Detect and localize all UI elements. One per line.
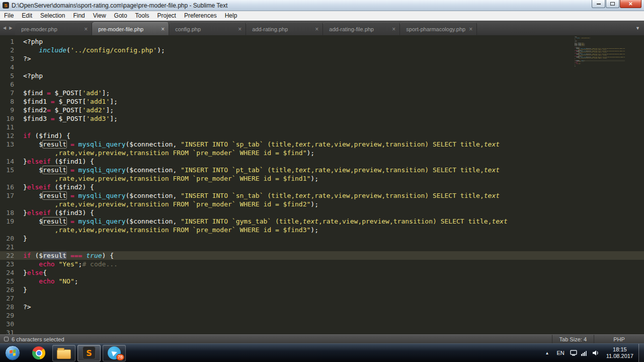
code-text: } (23, 234, 27, 243)
tab-close-icon[interactable]: × (238, 26, 242, 33)
code-row[interactable]: 17 $result = mysqli_query($connection, "… (0, 191, 644, 200)
code-row[interactable]: 4 (0, 63, 644, 71)
line-number: 3 (0, 54, 23, 63)
code-row[interactable]: 1<?php (0, 37, 644, 46)
code-text: ?> (23, 303, 31, 311)
code-row[interactable]: 13 $result = mysqli_query($connection, "… (0, 140, 644, 149)
code-row[interactable]: 23 echo "Yes";# code... (0, 260, 644, 268)
code-row[interactable]: 7$find = $_POST['add']; (0, 89, 644, 97)
tab-pre-moder-file.php[interactable]: pre-moder-file.php× (92, 22, 169, 35)
code-row[interactable]: 18}elseif ($find3) { (0, 208, 644, 217)
code-row[interactable]: 9$find2= $_POST['add2']; (0, 106, 644, 114)
code-row[interactable]: 25 echo "NO"; (0, 277, 644, 285)
tab-close-icon[interactable]: × (392, 26, 395, 33)
tab-pre-moder.php[interactable]: pre-moder.php× (15, 22, 92, 35)
syntax-indicator[interactable]: PHP (594, 335, 644, 343)
volume-icon[interactable] (590, 350, 601, 356)
code-row: 24}else{ (575, 62, 625, 63)
chrome-icon (32, 346, 45, 359)
line-number: 21 (0, 243, 23, 251)
menu-item-preferences[interactable]: Preferences (180, 11, 221, 20)
clock[interactable]: 18:15 11.08.2017 (601, 346, 638, 359)
tab-scroll-right-icon[interactable]: ▶ (9, 26, 12, 30)
tab-close-icon[interactable]: × (161, 26, 165, 33)
line-number: 4 (0, 63, 23, 71)
code-row[interactable]: 20} (0, 234, 644, 243)
line-number (0, 174, 23, 183)
minimize-button[interactable] (592, 0, 605, 8)
code-row[interactable]: 6 (0, 80, 644, 89)
signal-strength-icon[interactable] (579, 350, 590, 356)
code-row[interactable]: 24}else{ (0, 268, 644, 277)
network-icon[interactable] (568, 350, 579, 356)
code-row[interactable]: 14}elseif ($find1) { (0, 157, 644, 166)
menu-bar: FileEditSelectionFindViewGotoToolsProjec… (0, 11, 644, 21)
code-row[interactable]: 2 include('../config/config.php'); (0, 46, 644, 54)
code-row[interactable]: 29 (0, 311, 644, 320)
taskbar-sublime-button[interactable]: S (77, 345, 101, 361)
language-indicator[interactable]: EN (553, 350, 568, 356)
minimap[interactable]: 1<?php2 include('../config/config.php');… (575, 37, 625, 102)
code-text: ,rate,view,preview,transition FROM `pre_… (23, 226, 318, 234)
code-row[interactable]: 26} (0, 285, 644, 294)
code-row: 21 (575, 59, 625, 60)
menu-item-project[interactable]: Project (153, 11, 180, 20)
close-button[interactable]: ✕ (620, 0, 641, 8)
code-row[interactable]: 27 (0, 294, 644, 303)
code-row[interactable]: 30 (0, 320, 644, 328)
tab-overflow-icon[interactable]: ▼ (635, 26, 640, 31)
code-text: if ($find) { (575, 47, 580, 48)
code-row[interactable]: 3?> (0, 54, 644, 63)
code-row[interactable]: 19 $result = mysqli_query($connection, "… (0, 217, 644, 226)
code-row: 14}elseif ($find1) { (575, 50, 625, 51)
code-row[interactable]: 5<?php (0, 71, 644, 80)
code-row: 18}elseif ($find3) { (575, 55, 625, 56)
tab-config.php[interactable]: config.php× (169, 22, 246, 35)
show-hidden-icons-button[interactable]: ▲ (541, 351, 553, 355)
tab-scroll-left-icon[interactable]: ◀ (3, 26, 6, 30)
code-row[interactable]: ,rate,view,preview,transition FROM `pre_… (0, 226, 644, 234)
code-row[interactable]: 15 $result = mysqli_query($connection, "… (0, 166, 644, 174)
taskbar-explorer-button[interactable] (52, 345, 75, 361)
menu-item-view[interactable]: View (89, 11, 110, 20)
code-row[interactable]: 11 (0, 123, 644, 131)
maximize-button[interactable] (606, 0, 619, 8)
tab-add-rating-file.php[interactable]: add-rating-file.php× (323, 22, 400, 35)
code-row[interactable]: 10$find3 = $_POST['add3']; (0, 114, 644, 123)
tab-add-rating.php[interactable]: add-rating.php× (246, 22, 323, 35)
show-desktop-button[interactable] (638, 344, 644, 362)
code-row[interactable]: ,rate,view,preview,transition FROM `pre_… (0, 174, 644, 183)
menu-item-file[interactable]: File (0, 11, 18, 20)
code-row: 27 (575, 65, 625, 66)
code-row[interactable]: 31 (0, 328, 644, 334)
code-row[interactable]: ,rate,view,preview,transition FROM `pre_… (0, 149, 644, 157)
menu-item-selection[interactable]: Selection (36, 11, 69, 20)
code-row[interactable]: 16}elseif ($find2) { (0, 183, 644, 191)
tab-close-icon[interactable]: × (315, 26, 318, 33)
tab-sport-pharmacology.php[interactable]: sport-pharmacology.php× (400, 22, 477, 35)
code-row[interactable]: ,rate,view,preview,transition FROM `pre_… (0, 200, 644, 208)
code-row[interactable]: 8$find1 = $_POST['add1']; (0, 97, 644, 106)
menu-item-tools[interactable]: Tools (131, 11, 153, 20)
start-button[interactable] (5, 345, 20, 360)
code-text: include('../config/config.php'); (575, 38, 590, 39)
menu-item-goto[interactable]: Goto (110, 11, 131, 20)
code-row[interactable]: 12if ($find) { (0, 131, 644, 140)
window-title: D:\OpenServer\domains\sport-rating.com\p… (12, 2, 227, 9)
code-editor[interactable]: 1<?php2 include('../config/config.php');… (0, 35, 644, 334)
code-row: ,rate,view,preview,transition FROM `pre_… (575, 57, 625, 58)
menu-item-edit[interactable]: Edit (18, 11, 36, 20)
taskbar-apps: S 78 (27, 345, 126, 361)
line-number: 29 (0, 311, 23, 320)
tab-close-icon[interactable]: × (469, 26, 472, 33)
taskbar-chrome-button[interactable] (27, 345, 50, 361)
taskbar-messenger-button[interactable]: 78 (103, 345, 126, 361)
code-row[interactable]: 22if ($result === true) { (0, 251, 644, 260)
menu-item-find[interactable]: Find (69, 11, 89, 20)
tab-close-icon[interactable]: × (84, 26, 88, 33)
tab-size-indicator[interactable]: Tab Size: 4 (552, 335, 594, 343)
menu-item-help[interactable]: Help (221, 11, 242, 20)
code-row[interactable]: 21 (0, 243, 644, 251)
line-number: 15 (0, 166, 23, 174)
code-row[interactable]: 28?> (0, 303, 644, 311)
